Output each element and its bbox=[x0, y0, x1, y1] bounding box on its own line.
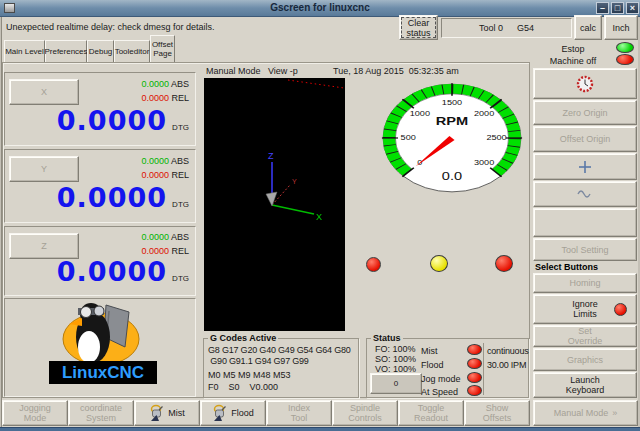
jog-increment-button[interactable]: 0 bbox=[370, 373, 422, 394]
gcode-line-1: G8 G17 G20 G40 G49 G54 G64 G80 bbox=[208, 345, 351, 355]
spindle-wave-button[interactable] bbox=[533, 181, 637, 207]
svg-text:2000: 2000 bbox=[474, 110, 495, 118]
launch-keyboard-button[interactable]: Launch Keyboard bbox=[533, 372, 637, 398]
move-to-origin-button[interactable] bbox=[533, 153, 637, 180]
dro-panel-z: Z 0.0000 ABS 0.0000 REL 0.0000 DTG bbox=[4, 226, 196, 296]
flood-indicator-label: Flood bbox=[421, 360, 444, 370]
svg-text:1500: 1500 bbox=[442, 99, 463, 107]
coordinate-system-button[interactable]: coordinate System bbox=[68, 400, 134, 426]
ignore-limits-label: Ignore Limits bbox=[572, 299, 598, 319]
graphics-button[interactable]: Graphics bbox=[533, 348, 637, 371]
mist-indicator-label: Mist bbox=[421, 346, 438, 356]
mist-button[interactable]: Mist bbox=[134, 400, 200, 426]
at-speed-led bbox=[467, 385, 482, 396]
jog-mode-value: continuous bbox=[487, 346, 529, 356]
gscreen-window: Gscreen for linuxcnc – □ × Unexpected re… bbox=[0, 0, 640, 431]
dro-x-abs: 0.0000 ABS bbox=[141, 79, 189, 89]
spindle-reverse-lamp bbox=[366, 257, 381, 272]
flood-button[interactable]: Flood bbox=[200, 400, 266, 426]
tab-preferences[interactable]: Preferences bbox=[45, 40, 87, 63]
flood-led bbox=[467, 358, 482, 369]
tool-number: Tool 0 bbox=[479, 23, 503, 33]
index-tool-button[interactable]: Index Tool bbox=[266, 400, 332, 426]
machine-off-label: Machine off bbox=[534, 56, 612, 66]
machine-off-led bbox=[616, 54, 634, 65]
dro-panel-x: X 0.0000 ABS 0.0000 REL 0.0000 DTG bbox=[4, 72, 196, 146]
status-frame: Status FO: 100% SO: 100% VO: 100% 0 Mist… bbox=[366, 338, 529, 398]
flood-button-label: Flood bbox=[231, 408, 254, 418]
tab-tooleditor[interactable]: Tooleditor bbox=[114, 40, 150, 63]
blank-button[interactable] bbox=[533, 208, 637, 237]
move-cross-icon bbox=[578, 160, 592, 174]
ignore-limits-button[interactable]: Ignore Limits bbox=[533, 294, 637, 324]
dro-x-dtg-value: 0.0000 bbox=[57, 105, 167, 136]
status-title: Status bbox=[371, 333, 403, 343]
estop-led bbox=[616, 42, 634, 53]
select-buttons-label: Select Buttons bbox=[535, 262, 598, 272]
jog-rate-value: 30.00 IPM bbox=[487, 360, 526, 370]
gauge-value: 0.0 bbox=[442, 169, 462, 182]
coord-system: G54 bbox=[517, 23, 534, 33]
tool-setting-button[interactable]: Tool Setting bbox=[533, 238, 637, 261]
status-divider bbox=[483, 343, 484, 395]
toggle-readout-button[interactable]: Toggle Readout bbox=[398, 400, 464, 426]
tab-debug[interactable]: Debug bbox=[87, 40, 114, 63]
dro-y-rel-value: 0.0000 bbox=[141, 170, 169, 180]
mist-icon bbox=[149, 404, 164, 422]
gauge-title: RPM bbox=[436, 115, 469, 128]
ignore-limits-led bbox=[614, 303, 627, 316]
rpm-gauge: 0 500 1000 1500 2000 2500 3000 RPM 0.0 bbox=[379, 81, 525, 195]
mode-label: Manual Mode bbox=[206, 66, 261, 76]
abs-label: ABS bbox=[171, 79, 189, 89]
tab-offset-page[interactable]: Offset Page bbox=[150, 35, 175, 63]
titlebar[interactable]: Gscreen for linuxcnc – □ × bbox=[0, 0, 640, 17]
jog-mode-led bbox=[467, 372, 482, 383]
realtime-delay-message: Unexpected realtime delay: check dmesg f… bbox=[6, 22, 215, 32]
maximize-button[interactable]: □ bbox=[611, 2, 624, 14]
feed-override: FO: 100% bbox=[375, 344, 416, 354]
mist-button-label: Mist bbox=[168, 408, 185, 418]
axis-y-button[interactable]: Y bbox=[9, 156, 79, 182]
jogging-mode-button[interactable]: Jogging Mode bbox=[2, 400, 68, 426]
svg-text:2500: 2500 bbox=[486, 134, 507, 142]
offset-origin-button[interactable]: Offset Origin bbox=[533, 126, 637, 152]
fsv-line: F0 S0 V0.000 bbox=[208, 382, 278, 392]
minimize-button[interactable]: – bbox=[596, 2, 609, 14]
chevron-right-icon: » bbox=[612, 408, 617, 418]
units-button[interactable]: Inch bbox=[604, 15, 638, 40]
wave-icon bbox=[577, 190, 593, 198]
dtg-label: DTG bbox=[172, 123, 189, 132]
manual-mode-button[interactable]: Manual Mode » bbox=[533, 400, 638, 426]
mcode-line: M0 M5 M9 M48 M53 bbox=[208, 370, 291, 380]
override-limits-button[interactable] bbox=[533, 68, 637, 99]
close-button[interactable]: × bbox=[626, 2, 639, 14]
abs-label: ABS bbox=[171, 156, 189, 166]
dro-z-rel-value: 0.0000 bbox=[141, 246, 169, 256]
estop-label: Estop bbox=[534, 44, 612, 54]
dro-y-abs: 0.0000 ABS bbox=[141, 156, 189, 166]
rel-label: REL bbox=[171, 246, 189, 256]
dro-y-rel: 0.0000 REL bbox=[141, 170, 189, 180]
dro-x-rel-value: 0.0000 bbox=[141, 93, 169, 103]
dro-z-dtg-value: 0.0000 bbox=[57, 256, 167, 287]
zero-origin-button[interactable]: Zero Origin bbox=[533, 100, 637, 125]
dro-z-rel: 0.0000 REL bbox=[141, 246, 189, 256]
flood-icon bbox=[212, 404, 227, 422]
logo-panel: LinuxCNC bbox=[4, 298, 196, 397]
calc-button[interactable]: calc bbox=[574, 15, 602, 40]
gcode-line-2: G90 G91.1 G94 G97 G99 bbox=[208, 356, 309, 366]
show-offsets-button[interactable]: Show Offsets bbox=[464, 400, 530, 426]
clear-status-button[interactable]: Clear status bbox=[399, 15, 438, 40]
dro-y-dtg-value: 0.0000 bbox=[57, 182, 167, 213]
gcodes-title: G Codes Active bbox=[208, 333, 278, 343]
set-override-button[interactable]: Set Override bbox=[533, 325, 637, 347]
homing-button[interactable]: Homing bbox=[533, 273, 637, 293]
dro-z-abs-value: 0.0000 bbox=[141, 232, 169, 242]
svg-text:500: 500 bbox=[401, 134, 417, 142]
axis-x-button[interactable]: X bbox=[9, 79, 79, 105]
tab-main-level[interactable]: Main Level bbox=[4, 40, 45, 63]
spindle-controls-button[interactable]: Spindle Controls bbox=[332, 400, 398, 426]
clock-icon bbox=[576, 75, 594, 93]
linuxcnc-logo: LinuxCNC bbox=[5, 299, 195, 396]
gremlin-3d-viewport[interactable]: Z Y X bbox=[204, 78, 345, 331]
